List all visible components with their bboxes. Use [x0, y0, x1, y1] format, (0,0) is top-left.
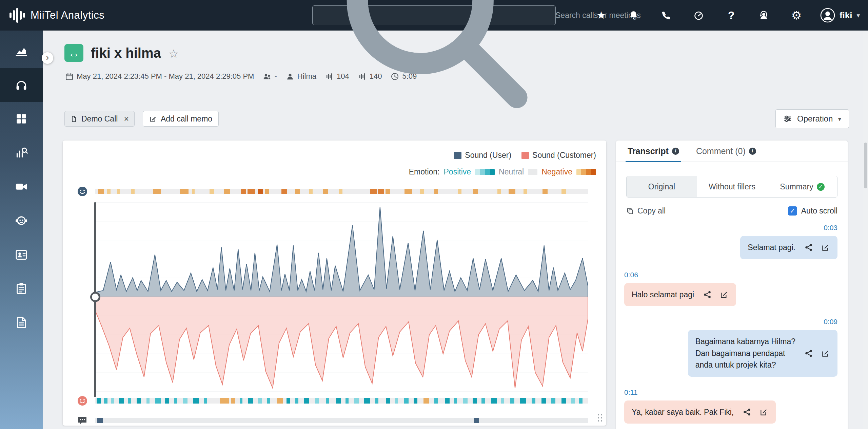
message-timestamp[interactable]: 0:03 [624, 224, 837, 232]
support-button[interactable] [748, 0, 780, 31]
edit-icon[interactable] [760, 408, 768, 416]
copy-all-button[interactable]: Copy all [626, 206, 666, 216]
emotion-segment [561, 398, 566, 404]
sidebar [0, 31, 43, 429]
sidebar-item-contacts[interactable] [0, 238, 43, 272]
edit-icon[interactable] [821, 349, 830, 358]
call-tag-chip[interactable]: Demo Call × [64, 111, 135, 127]
sound-user-swatch [454, 152, 461, 159]
clipboard-icon [15, 282, 28, 295]
sidebar-item-analytics[interactable] [0, 34, 43, 68]
sidebar-item-ai-assistant[interactable] [0, 204, 43, 238]
search-icon [319, 0, 551, 131]
emotion-segment [463, 398, 468, 404]
auto-scroll-checkbox[interactable]: ✓ [788, 206, 797, 216]
grid-dashboard-icon [15, 112, 28, 126]
user-emotion-strip[interactable] [95, 189, 588, 194]
sound-waveform-plot[interactable] [95, 202, 588, 392]
emotion-segment [339, 189, 343, 194]
message-bubble[interactable]: Halo selamat pagi [624, 283, 736, 306]
tab-transcript[interactable]: Transcript i [628, 141, 679, 162]
page-scrollbar[interactable] [863, 31, 868, 429]
sidebar-item-video[interactable] [0, 170, 43, 204]
operation-button[interactable]: Operation ▾ [775, 109, 849, 128]
transcript-message: 0:09 Bagaimana kabarnya Hilma? Dan bagai… [624, 318, 837, 377]
phone-button[interactable] [650, 0, 683, 31]
report-search-icon [15, 146, 28, 160]
remove-tag-button[interactable]: × [124, 115, 129, 123]
tab-comment[interactable]: Comment (0) i [696, 141, 756, 162]
emotion-segment [542, 189, 548, 194]
message-text: Bagaimana kabarnya Hilma? Dan bagaimana … [695, 336, 795, 371]
emotion-segment [281, 189, 287, 194]
message-bubble[interactable]: Bagaimana kabarnya Hilma? Dan bagaimana … [688, 330, 837, 377]
sidebar-item-calls[interactable] [0, 68, 43, 102]
emotion-segment [520, 398, 526, 404]
subtab-without-fillers[interactable]: Without fillers [697, 176, 767, 197]
subtab-summary[interactable]: Summary ✓ [767, 176, 837, 197]
emotion-segment [204, 398, 207, 404]
message-timestamp[interactable]: 0:09 [624, 318, 837, 326]
dashboard-button[interactable] [683, 0, 715, 31]
favorite-star-button[interactable]: ☆ [169, 47, 179, 60]
comment-marker [97, 418, 103, 423]
sidebar-item-documents[interactable] [0, 305, 43, 339]
phone-icon [661, 10, 671, 21]
info-icon[interactable]: i [672, 148, 679, 155]
message-text: Ya, kabar saya baik. Pak Fiki, [632, 406, 734, 418]
meta-datetime-value: May 21, 2024 2:23:45 PM - May 21, 2024 2… [77, 72, 254, 81]
emotion-segment [131, 189, 135, 194]
edit-icon[interactable] [720, 290, 729, 299]
help-button[interactable]: ? [715, 0, 748, 31]
add-call-memo-label: Add call memo [161, 114, 212, 124]
message-timestamp[interactable]: 0:11 [624, 388, 837, 396]
customer-emotion-strip[interactable] [95, 398, 588, 404]
brand-waveform-icon [9, 8, 25, 23]
global-search[interactable]: ▾ [312, 5, 556, 25]
subtab-original[interactable]: Original [627, 176, 697, 197]
favorites-button[interactable]: ★ [585, 0, 617, 31]
sound-legend: Sound (User) Sound (Customer) [63, 141, 606, 160]
person-icon [286, 72, 294, 81]
share-icon[interactable] [804, 243, 813, 252]
emotion-negative-label: Negative [541, 167, 572, 176]
notifications-button[interactable] [617, 0, 650, 31]
message-timestamp[interactable]: 0:06 [624, 271, 837, 279]
bell-icon [628, 10, 639, 21]
emotion-positive-swatch [475, 169, 495, 175]
emotion-legend: Emotion: Positive Neutral Negative [63, 167, 606, 176]
meta-datetime: May 21, 2024 2:23:45 PM - May 21, 2024 2… [65, 72, 254, 81]
sidebar-item-tasks[interactable] [0, 272, 43, 305]
brand-logo[interactable]: MiiTel Analytics [9, 0, 104, 31]
copy-all-label: Copy all [637, 206, 666, 216]
message-text: Halo selamat pagi [632, 289, 694, 301]
info-icon[interactable]: i [749, 148, 756, 155]
sidebar-item-reports[interactable] [0, 136, 43, 170]
scrollbar-thumb[interactable] [864, 143, 867, 188]
card-resize-handle[interactable] [598, 414, 603, 422]
emotion-segment [354, 398, 359, 404]
emotion-segment [119, 398, 124, 404]
emotion-segment [165, 398, 169, 404]
meta-contact-value: Hilma [297, 72, 316, 81]
user-menu[interactable]: fiki ▾ [813, 8, 865, 23]
share-icon[interactable] [743, 408, 751, 416]
edit-icon[interactable] [821, 243, 830, 252]
sound-user-label: Sound (User) [465, 151, 511, 160]
sidebar-item-dashboard[interactable] [0, 102, 43, 136]
emotion-segment [386, 398, 390, 404]
emotion-segment [434, 189, 438, 194]
comment-marker-strip[interactable] [95, 418, 588, 423]
gauge-icon [693, 10, 704, 21]
sidebar-expand-button[interactable]: › [42, 52, 53, 64]
emotion-segment [240, 398, 243, 404]
share-icon[interactable] [804, 349, 813, 358]
add-call-memo-button[interactable]: Add call memo [143, 111, 219, 127]
message-bubble[interactable]: Ya, kabar saya baik. Pak Fiki, [624, 400, 776, 424]
emotion-segment [491, 398, 497, 404]
auto-scroll-toggle[interactable]: ✓ Auto scroll [788, 206, 837, 216]
settings-button[interactable]: ⚙ [780, 0, 813, 31]
message-bubble[interactable]: Selamat pagi. [740, 236, 837, 259]
share-icon[interactable] [703, 290, 712, 299]
playhead-handle[interactable] [90, 292, 100, 302]
